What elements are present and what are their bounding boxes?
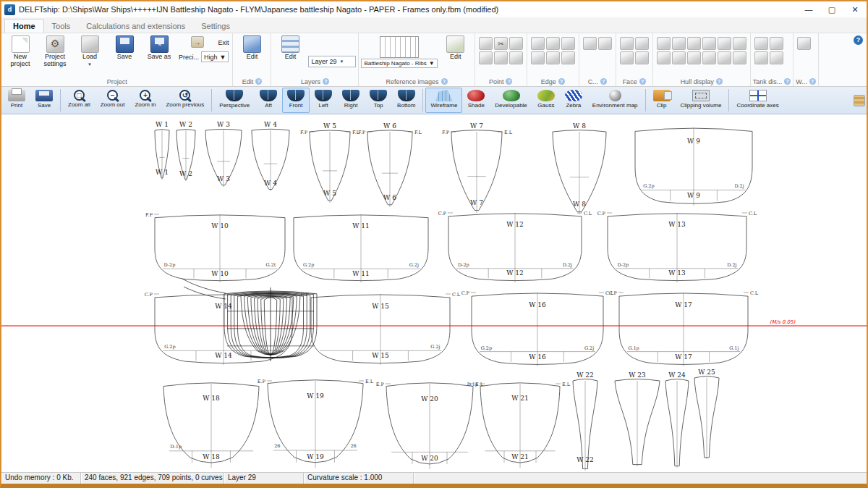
hull-curvature-icon[interactable] — [687, 51, 701, 64]
save-button[interactable]: Save — [108, 35, 141, 62]
bottom-button[interactable]: Bottom — [392, 88, 420, 113]
aft-button[interactable]: Aft — [255, 88, 282, 113]
hull-normals-icon[interactable] — [733, 37, 746, 50]
zoom-out-button[interactable]: −Zoom out — [95, 88, 130, 113]
point-intersect-icon[interactable] — [509, 51, 523, 64]
hull-diagonals-icon[interactable] — [702, 37, 716, 50]
hull-control-net-icon[interactable] — [702, 51, 716, 64]
edit-button[interactable]: Edit — [273, 35, 307, 62]
edit-button[interactable]: Edit — [235, 35, 268, 62]
wireframe-button[interactable]: Wireframe — [425, 88, 462, 113]
point-collapse-icon[interactable] — [479, 37, 493, 50]
edge-crease-icon[interactable] — [561, 37, 575, 50]
curve-fair-icon[interactable] — [598, 37, 612, 50]
precision-dropdown[interactable]: High▼ — [201, 51, 229, 62]
group-help-icon[interactable]: ? — [639, 78, 646, 85]
save-as-button[interactable]: ✎Save as — [142, 35, 176, 62]
tank-transparent-icon[interactable] — [770, 37, 783, 50]
svg-text:W 9: W 9 — [687, 192, 700, 199]
face-flip-icon[interactable] — [635, 37, 649, 50]
face-mirror-icon[interactable] — [620, 51, 634, 64]
group-help-icon[interactable]: ? — [506, 78, 512, 85]
perspective-button[interactable]: Perspective — [214, 88, 255, 113]
ribbon-help-icon[interactable]: ? — [854, 35, 863, 45]
window-layout-icon[interactable] — [797, 37, 811, 50]
ribbon-group-point: ✂Point? — [475, 33, 527, 86]
hull-buttocks-icon[interactable] — [672, 37, 686, 50]
top-button[interactable]: Top — [365, 88, 392, 113]
coordinate-axes-button[interactable]: Coordinate axes — [731, 88, 783, 113]
edit-button[interactable]: Edit — [439, 35, 472, 62]
maximize-button[interactable]: ▢ — [820, 1, 843, 17]
group-help-icon[interactable]: ? — [716, 78, 723, 85]
developable-button[interactable]: Developable — [490, 88, 532, 113]
group-help-icon[interactable]: ? — [600, 78, 607, 85]
hull-both-sides-icon[interactable] — [718, 51, 731, 64]
button-label: Environment map — [592, 102, 638, 109]
edge-extrude-icon[interactable] — [531, 51, 545, 64]
svg-text:C.P: C.P — [145, 292, 153, 298]
new-project-button[interactable]: New project — [4, 35, 37, 68]
edge-split-icon[interactable] — [531, 37, 545, 50]
zebra-button[interactable]: Zebra — [560, 88, 587, 113]
minimize-button[interactable]: — — [797, 1, 820, 17]
tab-settings[interactable]: Settings — [193, 20, 238, 33]
layer-select-dropdown[interactable]: Layer 29▼ — [308, 56, 356, 67]
front-button[interactable]: Front — [282, 88, 310, 113]
shade-button[interactable]: Shade — [462, 88, 490, 113]
close-button[interactable]: ✕ — [843, 1, 867, 17]
hull-features-icon[interactable] — [733, 51, 746, 64]
zoom-in-button[interactable]: +Zoom in — [129, 88, 161, 113]
reference-image-thumb[interactable]: Battleship Nagato - Ribs▼ — [361, 35, 437, 68]
gauss-button[interactable]: Gauss — [532, 88, 560, 113]
group-help-icon[interactable]: ? — [558, 78, 565, 85]
right-button[interactable]: Right — [337, 88, 365, 113]
edge-insert-icon[interactable] — [546, 51, 560, 64]
curve-new-icon[interactable] — [583, 37, 597, 50]
tank-solid-icon[interactable] — [754, 37, 768, 50]
svg-text:E.L: E.L — [365, 379, 374, 384]
load-button[interactable]: Load▼ — [73, 35, 106, 68]
face-cube-icon[interactable] — [635, 51, 649, 64]
print-button[interactable]: Print — [3, 88, 30, 113]
group-help-icon[interactable]: ? — [809, 78, 816, 85]
hull-grid-icon[interactable] — [718, 37, 731, 50]
svg-text:D.2j: D.2j — [727, 262, 736, 268]
tank-outline-icon[interactable] — [754, 51, 768, 64]
group-name: C... — [588, 78, 598, 85]
svg-text:G.2t: G.2t — [266, 262, 276, 268]
group-help-icon[interactable]: ? — [255, 78, 262, 85]
hull-markers-icon[interactable] — [672, 51, 686, 64]
edge-cube-icon[interactable] — [561, 51, 575, 64]
point-scissors-icon[interactable]: ✂ — [494, 37, 508, 50]
tab-home[interactable]: Home — [4, 19, 44, 33]
group-help-icon[interactable]: ? — [784, 78, 791, 85]
body-plan-drawing[interactable]: W 1W 1W 2W 2W 3W 3W 4W 4W 5W 5F.PF.LW 6W… — [1, 114, 867, 472]
point-align-icon[interactable] — [494, 51, 508, 64]
point-lock-icon[interactable] — [479, 51, 493, 64]
left-button[interactable]: Left — [310, 88, 337, 113]
zoom-previous-button[interactable]: ↺Zoom previous — [161, 88, 209, 113]
svg-text:W 4: W 4 — [264, 180, 277, 187]
hull-waterlines-icon[interactable] — [687, 37, 701, 50]
hull-stations-icon[interactable] — [657, 37, 671, 50]
point-insert-icon[interactable] — [509, 37, 523, 50]
exit-button[interactable]: →Exit — [179, 36, 229, 49]
hull-interior-icon[interactable] — [657, 51, 671, 64]
reference-image-select[interactable]: Battleship Nagato - Ribs▼ — [361, 59, 437, 68]
model-viewport[interactable]: W 1W 1W 2W 2W 3W 3W 4W 4W 5W 5F.PF.LW 6W… — [1, 114, 867, 472]
group-help-icon[interactable]: ? — [323, 78, 329, 85]
viewbar-options-icon[interactable] — [854, 95, 865, 106]
environment-map-button[interactable]: Environment map — [587, 88, 643, 113]
project-settings-button[interactable]: ⚙Project settings — [38, 35, 72, 68]
tab-calculations-and-extensions[interactable]: Calculations and extensions — [78, 20, 193, 33]
face-new-icon[interactable] — [620, 37, 634, 50]
edge-collapse-icon[interactable] — [546, 37, 560, 50]
group-help-icon[interactable]: ? — [441, 78, 448, 85]
clip-button[interactable]: Clip — [648, 88, 676, 113]
zoom-all-button[interactable]: □Zoom all — [63, 88, 95, 113]
tab-tools[interactable]: Tools — [44, 20, 79, 33]
save-button[interactable]: Save — [30, 88, 58, 113]
clipping-volume-button[interactable]: Clipping volume — [676, 88, 727, 113]
tank-hidden-icon[interactable] — [770, 51, 783, 64]
